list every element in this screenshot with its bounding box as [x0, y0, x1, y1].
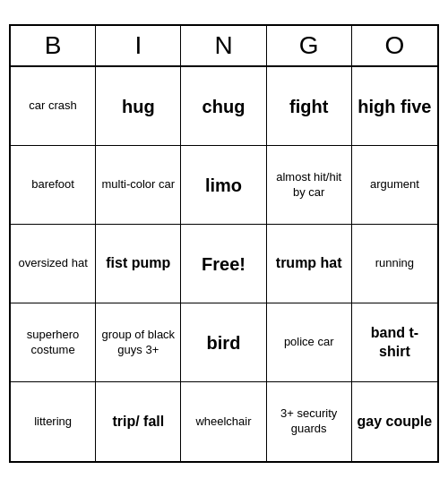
bingo-cell-13[interactable]: trump hat: [267, 225, 352, 303]
header-letter-g: G: [267, 26, 352, 65]
bingo-cell-18[interactable]: police car: [267, 303, 352, 382]
bingo-cell-10[interactable]: oversized hat: [11, 225, 96, 303]
bingo-cell-16[interactable]: group of black guys 3+: [96, 303, 181, 382]
bingo-cell-17[interactable]: bird: [181, 303, 266, 382]
header-letter-i: I: [96, 26, 181, 65]
bingo-header: BINGO: [11, 26, 437, 67]
bingo-cell-3[interactable]: fight: [267, 67, 352, 146]
bingo-cell-8[interactable]: almost hit/hit by car: [267, 146, 352, 225]
bingo-cell-20[interactable]: littering: [11, 382, 96, 461]
bingo-cell-6[interactable]: multi-color car: [96, 146, 181, 225]
bingo-cell-15[interactable]: superhero costume: [11, 303, 96, 382]
bingo-cell-11[interactable]: fist pump: [96, 225, 181, 303]
bingo-cell-2[interactable]: chug: [181, 67, 266, 146]
bingo-cell-7[interactable]: limo: [181, 146, 266, 225]
bingo-cell-24[interactable]: gay couple: [352, 382, 437, 461]
bingo-cell-23[interactable]: 3+ security guards: [267, 382, 352, 461]
header-letter-b: B: [11, 26, 96, 65]
bingo-cell-5[interactable]: barefoot: [11, 146, 96, 225]
bingo-cell-4[interactable]: high five: [352, 67, 437, 146]
header-letter-n: N: [181, 26, 266, 65]
bingo-cell-22[interactable]: wheelchair: [181, 382, 266, 461]
header-letter-o: O: [352, 26, 437, 65]
bingo-cell-12[interactable]: Free!: [181, 225, 266, 303]
bingo-card: BINGO car crashhugchugfighthigh fivebare…: [9, 24, 439, 463]
bingo-cell-19[interactable]: band t-shirt: [352, 303, 437, 382]
bingo-cell-14[interactable]: running: [352, 225, 437, 303]
bingo-cell-1[interactable]: hug: [96, 67, 181, 146]
bingo-cell-9[interactable]: argument: [352, 146, 437, 225]
bingo-cell-21[interactable]: trip/ fall: [96, 382, 181, 461]
bingo-cell-0[interactable]: car crash: [11, 67, 96, 146]
bingo-grid: car crashhugchugfighthigh fivebarefootmu…: [11, 67, 437, 461]
